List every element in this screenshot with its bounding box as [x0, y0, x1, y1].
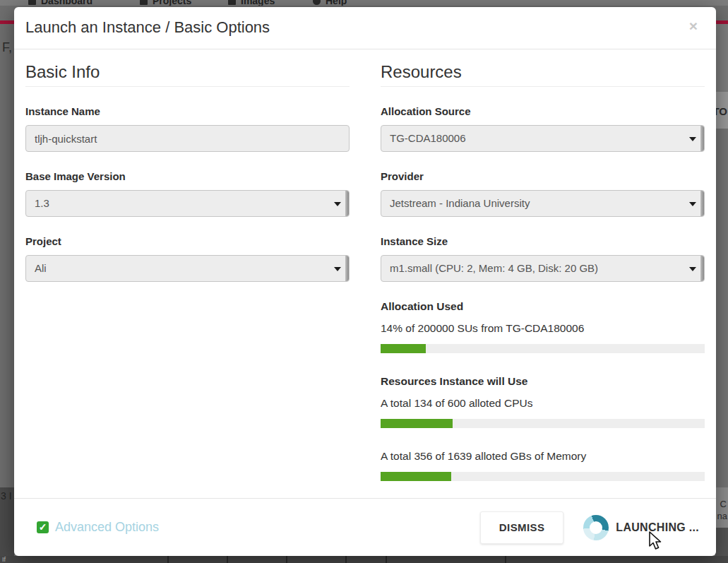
allocation-used-progressbar — [381, 344, 705, 353]
background-panel — [715, 24, 728, 92]
mouse-cursor — [648, 531, 664, 551]
check-square-icon: ✓ — [37, 521, 49, 533]
modal-header: Launch an Instance / Basic Options × — [14, 7, 716, 49]
modal-footer: ✓ Advanced Options DISMISS LAUNCHING ... — [14, 498, 716, 556]
background-divider — [345, 556, 347, 563]
cpu-usage-text: A total 134 of 600 alloted CPUs — [381, 397, 705, 410]
instance-size-select[interactable]: m1.small (CPU: 2, Mem: 4 GB, Disk: 20 GB… — [381, 255, 705, 282]
allocation-source-label: Allocation Source — [381, 105, 705, 118]
nav-item-dashboard: Dashboard — [28, 0, 93, 6]
instance-name-label: Instance Name — [25, 105, 350, 118]
allocation-used-progress-fill — [381, 344, 426, 353]
help-icon — [313, 0, 321, 5]
launch-instance-modal: Launch an Instance / Basic Options × Bas… — [14, 7, 716, 556]
allocation-source-select[interactable]: TG-CDA180006 — [381, 125, 705, 152]
background-text-fragment: C — [720, 499, 727, 509]
background-divider — [286, 556, 287, 563]
loading-spinner-icon — [583, 515, 609, 540]
launching-button[interactable]: LAUNCHING ... — [583, 515, 699, 540]
background-divider — [505, 556, 506, 563]
advanced-options-link[interactable]: ✓ Advanced Options — [37, 520, 159, 535]
dashboard-icon — [28, 0, 36, 5]
background-text-fragment: 3 I — [1, 490, 12, 502]
memory-usage-text: A total 356 of 1639 alloted GBs of Memor… — [381, 450, 705, 463]
instance-usage-heading: Resources Instance will Use — [381, 375, 705, 388]
background-divider — [386, 556, 387, 563]
advanced-options-label: Advanced Options — [55, 520, 159, 535]
background-table-band: If — [0, 556, 728, 563]
basic-info-section: Basic Info Instance Name Base Image Vers… — [25, 49, 350, 481]
instance-size-label: Instance Size — [381, 235, 705, 248]
close-icon[interactable]: × — [689, 18, 698, 33]
allocation-used-text: 14% of 200000 SUs from TG-CDA180006 — [381, 322, 705, 335]
nav-item-projects: Projects — [140, 0, 191, 6]
background-text-fragment: If — [2, 556, 6, 563]
background-text-fragment: F, — [2, 40, 12, 55]
memory-usage-progress-fill — [381, 472, 451, 481]
project-select[interactable]: Ali — [25, 255, 350, 282]
projects-icon — [140, 0, 148, 5]
cpu-usage-progressbar — [381, 419, 705, 428]
images-icon — [228, 0, 236, 5]
background-divider — [227, 556, 228, 563]
background-text-fragment: na — [717, 511, 727, 521]
modal-title: Launch an Instance / Basic Options — [25, 18, 270, 37]
background-panel — [715, 129, 728, 487]
provider-label: Provider — [381, 170, 705, 183]
basic-info-heading: Basic Info — [25, 62, 350, 87]
base-image-version-select[interactable]: 1.3 — [25, 190, 350, 217]
cpu-usage-progress-fill — [381, 419, 453, 428]
nav-item-help: Help — [313, 0, 347, 6]
background-divider — [167, 556, 169, 563]
resources-section: Resources Allocation Source TG-CDA180006… — [381, 49, 705, 481]
dismiss-button[interactable]: DISMISS — [480, 511, 563, 544]
modal-body: Basic Info Instance Name Base Image Vers… — [14, 49, 716, 481]
base-image-version-label: Base Image Version — [25, 170, 350, 183]
memory-usage-progressbar — [381, 472, 705, 481]
background-navbar: Dashboard Projects Images Help — [0, 0, 728, 6]
provider-select[interactable]: Jetstream - Indiana University — [381, 190, 705, 217]
project-label: Project — [25, 235, 350, 248]
resources-heading: Resources — [381, 62, 705, 87]
instance-name-input[interactable] — [25, 125, 350, 152]
nav-item-images: Images — [228, 0, 275, 6]
allocation-used-heading: Allocation Used — [381, 300, 705, 313]
